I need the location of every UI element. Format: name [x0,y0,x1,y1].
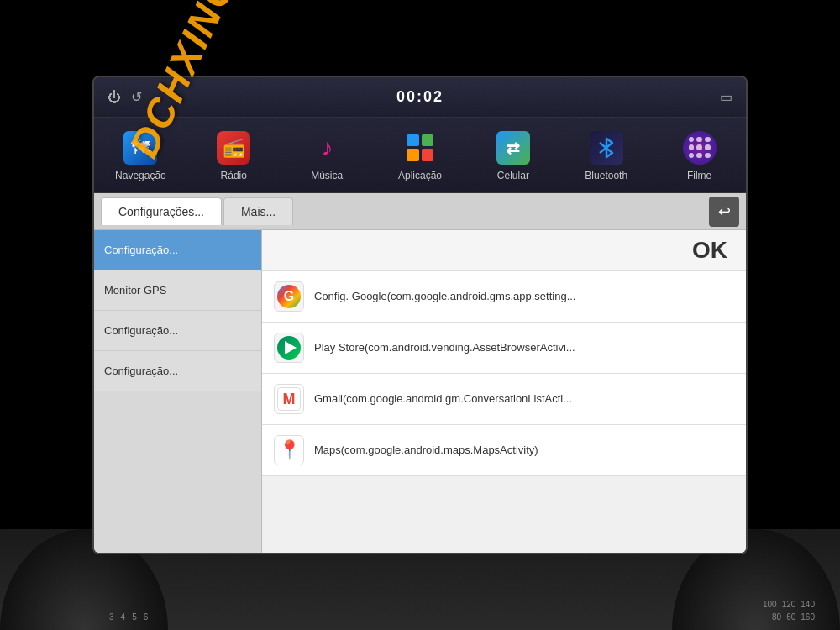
right-panel: OK G Config. Google(com.google.android.g… [262,230,746,553]
nav-bar: 🗺 Navegação 📻 Rádio ♪ Música Apl [94,118,746,193]
musica-icon: ♪ [310,131,344,165]
top-bar: ⏻ ↺ 00:02 ▭ [94,77,746,118]
nav-label-radio: Rádio [221,170,247,181]
main-content: Configurações... Mais... ↩ Configuração.… [94,193,746,553]
sidebar-item-configuracao-2[interactable]: Configuração... [94,311,261,351]
content-area: Configuração... Monitor GPS Configuração… [94,230,746,553]
play-triangle-icon [277,336,301,360]
sidebar-item-label-1: Configuração... [104,244,178,256]
nav-item-bluetooth[interactable]: Bluetooth [559,118,653,192]
top-bar-right: ▭ [524,89,732,105]
nav-icon-aplicacao [402,129,438,166]
nav-icon-musica: ♪ [308,129,345,166]
refresh-icon[interactable]: ↺ [131,89,142,105]
app-list: G Config. Google(com.google.android.gms.… [262,271,746,553]
nav-item-aplicacao[interactable]: Aplicação [374,118,467,192]
nav-icon-radio: 📻 [215,129,252,166]
ok-button[interactable]: OK [684,237,736,264]
app-text-google-config: Config. Google(com.google.android.gms.ap… [314,290,575,304]
app-text-maps: Maps(com.google.android.maps.MapsActivit… [314,444,538,458]
tab-configuracoes[interactable]: Configurações... [101,197,222,225]
gauge-num: 5 [132,612,137,622]
app-text-playstore: Play Store(com.android.vending.AssetBrow… [314,341,575,355]
maps-pin-icon: 📍 [277,438,301,462]
nav-item-radio[interactable]: 📻 Rádio [187,118,281,192]
nav-item-navegacao[interactable]: 🗺 Navegação [94,118,187,192]
nav-item-celular[interactable]: ⇄ Celular [466,118,559,192]
radio-icon: 📻 [217,131,250,165]
google-config-icon: G [274,281,304,312]
filme-icon [683,131,717,165]
screen-icon[interactable]: ▭ [720,89,732,105]
nav-icon-celular: ⇄ [495,129,532,166]
gauge-left: 3 4 5 6 [109,612,148,622]
nav-label-aplicacao: Aplicação [398,170,442,181]
back-button[interactable]: ↩ [709,197,739,227]
ok-bar: OK [262,230,746,271]
screen-container: ⏻ ↺ 00:02 ▭ 🗺 Navegação 📻 Rádio ♪ [92,76,748,554]
gauge-num: 6 [144,612,149,622]
sidebar-item-label-gps: Monitor GPS [104,284,166,297]
nav-label-bluetooth: Bluetooth [585,170,627,181]
app-item-playstore[interactable]: Play Store(com.android.vending.AssetBrow… [262,323,746,374]
nav-icon-navegacao: 🗺 [122,129,159,166]
nav-label-celular: Celular [497,170,529,181]
sidebar-item-configuracao-1[interactable]: Configuração... [94,230,261,270]
celular-icon: ⇄ [496,131,530,165]
play-arrow [285,341,297,354]
gauge-right: 100120140 8060160 [763,600,815,622]
gmail-icon: M [274,384,304,414]
app-item-google-config[interactable]: G Config. Google(com.google.android.gms.… [262,271,746,323]
gauge-num: 4 [121,612,126,622]
sidebar: Configuração... Monitor GPS Configuração… [94,230,262,553]
tab-bar: Configurações... Mais... ↩ [94,193,746,230]
gmail-m-icon: M [277,387,301,411]
app-item-gmail[interactable]: M Gmail(com.google.android.gm.Conversati… [262,374,746,425]
sidebar-item-monitor-gps[interactable]: Monitor GPS [94,270,261,311]
nav-item-musica[interactable]: ♪ Música [281,118,374,192]
tab-mais[interactable]: Mais... [223,197,293,225]
clock-display: 00:02 [316,88,524,106]
google-g-icon: G [277,285,301,308]
top-bar-left: ⏻ ↺ [108,89,316,105]
app-item-maps[interactable]: 📍 Maps(com.google.android.maps.MapsActiv… [262,425,746,476]
aplicacao-icon [403,131,437,165]
nav-label-navegacao: Navegação [115,170,166,181]
nav-icon-bluetooth [588,129,625,166]
sidebar-item-configuracao-3[interactable]: Configuração... [94,351,261,391]
nav-label-filme: Filme [687,170,711,181]
app-text-gmail: Gmail(com.google.android.gm.Conversation… [314,392,572,407]
bluetooth-icon [590,131,623,165]
maps-icon: 📍 [274,435,304,465]
navegacao-icon: 🗺 [123,131,157,165]
gauge-num: 3 [109,612,114,622]
nav-label-musica: Música [311,170,343,181]
sidebar-item-label-3: Configuração... [104,365,178,377]
sidebar-item-label-2: Configuração... [104,324,178,337]
nav-icon-filme [681,129,718,166]
power-icon[interactable]: ⏻ [108,90,121,105]
playstore-icon [274,333,304,363]
nav-item-filme[interactable]: Filme [653,118,746,192]
